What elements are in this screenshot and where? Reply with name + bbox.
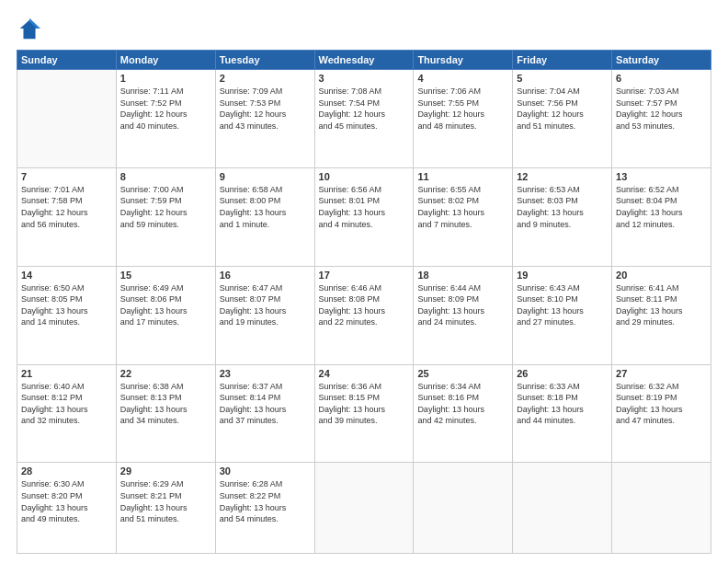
- day-number: 22: [120, 368, 211, 379]
- calendar-cell: 26Sunrise: 6:33 AM Sunset: 8:18 PM Dayli…: [513, 364, 612, 463]
- day-number: 18: [417, 270, 508, 281]
- calendar-cell: 8Sunrise: 7:00 AM Sunset: 7:59 PM Daylig…: [116, 167, 215, 266]
- day-number: 7: [21, 171, 112, 182]
- day-number: 10: [319, 171, 410, 182]
- calendar-table: SundayMondayTuesdayWednesdayThursdayFrid…: [17, 50, 711, 554]
- day-header-monday: Monday: [116, 51, 215, 70]
- day-number: 19: [517, 270, 608, 281]
- calendar-cell: 10Sunrise: 6:56 AM Sunset: 8:01 PM Dayli…: [314, 167, 414, 266]
- calendar-cell: 18Sunrise: 6:44 AM Sunset: 8:09 PM Dayli…: [414, 266, 513, 364]
- page: SundayMondayTuesdayWednesdayThursdayFrid…: [0, 0, 728, 563]
- day-number: 6: [616, 73, 707, 84]
- calendar-cell: [314, 463, 414, 554]
- day-number: 28: [21, 465, 112, 477]
- week-row-5: 28Sunrise: 6:30 AM Sunset: 8:20 PM Dayli…: [17, 463, 711, 554]
- calendar-cell: 22Sunrise: 6:38 AM Sunset: 8:13 PM Dayli…: [116, 364, 215, 463]
- day-number: 12: [517, 171, 608, 182]
- cell-info: Sunrise: 6:40 AM Sunset: 8:12 PM Dayligh…: [21, 381, 112, 427]
- day-number: 29: [120, 465, 211, 477]
- cell-info: Sunrise: 7:04 AM Sunset: 7:56 PM Dayligh…: [517, 86, 608, 132]
- day-number: 2: [220, 73, 311, 84]
- cell-info: Sunrise: 6:56 AM Sunset: 8:01 PM Dayligh…: [319, 184, 410, 230]
- calendar-cell: 24Sunrise: 6:36 AM Sunset: 8:15 PM Dayli…: [314, 364, 414, 463]
- calendar-cell: 5Sunrise: 7:04 AM Sunset: 7:56 PM Daylig…: [513, 70, 612, 168]
- logo: [17, 17, 46, 42]
- cell-info: Sunrise: 6:33 AM Sunset: 8:18 PM Dayligh…: [517, 381, 608, 427]
- day-number: 13: [616, 171, 707, 182]
- day-number: 25: [417, 368, 508, 379]
- day-number: 20: [616, 270, 707, 281]
- logo-icon: [17, 17, 42, 42]
- cell-info: Sunrise: 7:06 AM Sunset: 7:55 PM Dayligh…: [417, 86, 508, 132]
- day-header-sunday: Sunday: [17, 51, 117, 70]
- cell-info: Sunrise: 6:50 AM Sunset: 8:05 PM Dayligh…: [21, 282, 112, 328]
- calendar-cell: 20Sunrise: 6:41 AM Sunset: 8:11 PM Dayli…: [612, 266, 711, 364]
- calendar-cell: 14Sunrise: 6:50 AM Sunset: 8:05 PM Dayli…: [17, 266, 117, 364]
- week-row-2: 7Sunrise: 7:01 AM Sunset: 7:58 PM Daylig…: [17, 167, 711, 266]
- calendar-cell: 11Sunrise: 6:55 AM Sunset: 8:02 PM Dayli…: [414, 167, 513, 266]
- week-row-1: 1Sunrise: 7:11 AM Sunset: 7:52 PM Daylig…: [17, 70, 711, 168]
- day-number: 21: [21, 368, 112, 379]
- cell-info: Sunrise: 6:44 AM Sunset: 8:09 PM Dayligh…: [417, 282, 508, 328]
- day-number: 4: [417, 73, 508, 84]
- calendar-cell: [414, 463, 513, 554]
- cell-info: Sunrise: 6:53 AM Sunset: 8:03 PM Dayligh…: [517, 184, 608, 230]
- cell-info: Sunrise: 6:49 AM Sunset: 8:06 PM Dayligh…: [120, 282, 211, 328]
- cell-info: Sunrise: 6:47 AM Sunset: 8:07 PM Dayligh…: [220, 282, 311, 328]
- cell-info: Sunrise: 6:46 AM Sunset: 8:08 PM Dayligh…: [319, 282, 410, 328]
- cell-info: Sunrise: 6:37 AM Sunset: 8:14 PM Dayligh…: [220, 381, 311, 427]
- calendar-cell: 4Sunrise: 7:06 AM Sunset: 7:55 PM Daylig…: [414, 70, 513, 168]
- calendar-cell: 9Sunrise: 6:58 AM Sunset: 8:00 PM Daylig…: [215, 167, 314, 266]
- cell-info: Sunrise: 6:30 AM Sunset: 8:20 PM Dayligh…: [21, 478, 112, 524]
- day-number: 11: [417, 171, 508, 182]
- day-number: 27: [616, 368, 707, 379]
- day-number: 8: [120, 171, 211, 182]
- calendar-cell: [612, 463, 711, 554]
- day-number: 1: [120, 73, 211, 84]
- cell-info: Sunrise: 7:11 AM Sunset: 7:52 PM Dayligh…: [120, 86, 211, 132]
- day-number: 30: [220, 465, 311, 477]
- calendar-cell: 3Sunrise: 7:08 AM Sunset: 7:54 PM Daylig…: [314, 70, 414, 168]
- calendar-cell: 25Sunrise: 6:34 AM Sunset: 8:16 PM Dayli…: [414, 364, 513, 463]
- calendar-cell: 7Sunrise: 7:01 AM Sunset: 7:58 PM Daylig…: [17, 167, 117, 266]
- calendar-body: 1Sunrise: 7:11 AM Sunset: 7:52 PM Daylig…: [17, 70, 711, 554]
- cell-info: Sunrise: 7:03 AM Sunset: 7:57 PM Dayligh…: [616, 86, 707, 132]
- day-number: 3: [319, 73, 410, 84]
- header: [17, 17, 711, 42]
- cell-info: Sunrise: 7:01 AM Sunset: 7:58 PM Dayligh…: [21, 184, 112, 230]
- calendar-cell: 1Sunrise: 7:11 AM Sunset: 7:52 PM Daylig…: [116, 70, 215, 168]
- day-number: 15: [120, 270, 211, 281]
- cell-info: Sunrise: 6:41 AM Sunset: 8:11 PM Dayligh…: [616, 282, 707, 328]
- calendar-cell: 15Sunrise: 6:49 AM Sunset: 8:06 PM Dayli…: [116, 266, 215, 364]
- day-header-wednesday: Wednesday: [314, 51, 414, 70]
- day-header-saturday: Saturday: [612, 51, 711, 70]
- calendar-cell: 27Sunrise: 6:32 AM Sunset: 8:19 PM Dayli…: [612, 364, 711, 463]
- calendar-cell: 23Sunrise: 6:37 AM Sunset: 8:14 PM Dayli…: [215, 364, 314, 463]
- cell-info: Sunrise: 7:08 AM Sunset: 7:54 PM Dayligh…: [319, 86, 410, 132]
- calendar-cell: 17Sunrise: 6:46 AM Sunset: 8:08 PM Dayli…: [314, 266, 414, 364]
- calendar-cell: 6Sunrise: 7:03 AM Sunset: 7:57 PM Daylig…: [612, 70, 711, 168]
- week-row-3: 14Sunrise: 6:50 AM Sunset: 8:05 PM Dayli…: [17, 266, 711, 364]
- day-header-friday: Friday: [513, 51, 612, 70]
- calendar-cell: 30Sunrise: 6:28 AM Sunset: 8:22 PM Dayli…: [215, 463, 314, 554]
- calendar-cell: 2Sunrise: 7:09 AM Sunset: 7:53 PM Daylig…: [215, 70, 314, 168]
- calendar-cell: 13Sunrise: 6:52 AM Sunset: 8:04 PM Dayli…: [612, 167, 711, 266]
- cell-info: Sunrise: 6:29 AM Sunset: 8:21 PM Dayligh…: [120, 478, 211, 524]
- cell-info: Sunrise: 6:34 AM Sunset: 8:16 PM Dayligh…: [417, 381, 508, 427]
- calendar-cell: 29Sunrise: 6:29 AM Sunset: 8:21 PM Dayli…: [116, 463, 215, 554]
- calendar-header: SundayMondayTuesdayWednesdayThursdayFrid…: [17, 51, 711, 70]
- day-number: 9: [220, 171, 311, 182]
- cell-info: Sunrise: 6:38 AM Sunset: 8:13 PM Dayligh…: [120, 381, 211, 427]
- cell-info: Sunrise: 6:58 AM Sunset: 8:00 PM Dayligh…: [220, 184, 311, 230]
- day-header-thursday: Thursday: [414, 51, 513, 70]
- day-number: 5: [517, 73, 608, 84]
- cell-info: Sunrise: 6:32 AM Sunset: 8:19 PM Dayligh…: [616, 381, 707, 427]
- day-number: 16: [220, 270, 311, 281]
- cell-info: Sunrise: 6:55 AM Sunset: 8:02 PM Dayligh…: [417, 184, 508, 230]
- cell-info: Sunrise: 6:43 AM Sunset: 8:10 PM Dayligh…: [517, 282, 608, 328]
- calendar-cell: 21Sunrise: 6:40 AM Sunset: 8:12 PM Dayli…: [17, 364, 117, 463]
- cell-info: Sunrise: 7:09 AM Sunset: 7:53 PM Dayligh…: [220, 86, 311, 132]
- day-header-tuesday: Tuesday: [215, 51, 314, 70]
- day-number: 17: [319, 270, 410, 281]
- svg-marker-0: [20, 20, 40, 40]
